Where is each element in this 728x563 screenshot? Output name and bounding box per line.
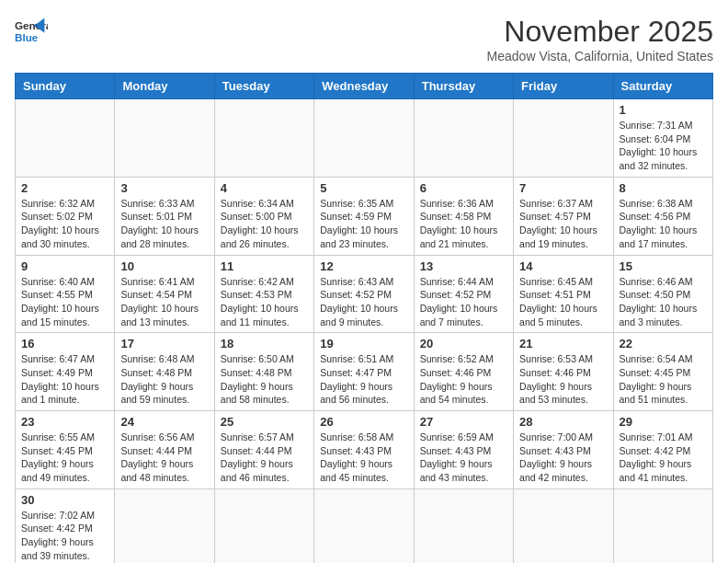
day-info: Sunrise: 6:59 AM Sunset: 4:43 PM Dayligh… (420, 431, 507, 485)
calendar-cell: 19Sunrise: 6:51 AM Sunset: 4:47 PM Dayli… (314, 333, 414, 411)
calendar-cell: 1Sunrise: 7:31 AM Sunset: 6:04 PM Daylig… (613, 99, 712, 178)
day-number: 25 (221, 415, 308, 429)
day-number: 13 (420, 259, 507, 273)
calendar-cell: 20Sunrise: 6:52 AM Sunset: 4:46 PM Dayli… (414, 333, 513, 411)
day-number: 28 (519, 415, 607, 429)
day-info: Sunrise: 6:54 AM Sunset: 4:45 PM Dayligh… (620, 352, 707, 407)
day-number: 6 (420, 181, 507, 195)
weekday-header-friday: Friday (514, 74, 613, 99)
month-title: November 2025 (487, 15, 713, 49)
day-number: 14 (519, 259, 607, 273)
calendar-cell: 24Sunrise: 6:56 AM Sunset: 4:44 PM Dayli… (115, 411, 214, 489)
day-number: 24 (120, 415, 208, 429)
day-number: 16 (21, 337, 108, 350)
week-row-2: 9Sunrise: 6:40 AM Sunset: 4:55 PM Daylig… (16, 255, 713, 333)
weekday-header-row: SundayMondayTuesdayWednesdayThursdayFrid… (16, 74, 713, 99)
day-number: 7 (519, 181, 607, 195)
week-row-1: 2Sunrise: 6:32 AM Sunset: 5:02 PM Daylig… (16, 177, 713, 255)
calendar-cell: 4Sunrise: 6:34 AM Sunset: 5:00 PM Daylig… (214, 177, 313, 255)
calendar-table: SundayMondayTuesdayWednesdayThursdayFrid… (15, 73, 713, 563)
day-number: 4 (221, 181, 308, 195)
calendar-cell: 12Sunrise: 6:43 AM Sunset: 4:52 PM Dayli… (314, 255, 414, 333)
day-info: Sunrise: 6:44 AM Sunset: 4:52 PM Dayligh… (420, 275, 507, 329)
calendar-cell (16, 99, 115, 178)
week-row-3: 16Sunrise: 6:47 AM Sunset: 4:49 PM Dayli… (16, 333, 713, 411)
day-info: Sunrise: 6:47 AM Sunset: 4:49 PM Dayligh… (21, 352, 108, 407)
day-number: 12 (320, 259, 407, 273)
day-number: 1 (620, 103, 707, 117)
calendar-cell: 15Sunrise: 6:46 AM Sunset: 4:50 PM Dayli… (613, 255, 712, 333)
week-row-4: 23Sunrise: 6:55 AM Sunset: 4:45 PM Dayli… (16, 411, 713, 489)
calendar-cell: 3Sunrise: 6:33 AM Sunset: 5:01 PM Daylig… (115, 177, 214, 255)
day-number: 29 (620, 415, 707, 429)
calendar-cell: 23Sunrise: 6:55 AM Sunset: 4:45 PM Dayli… (16, 411, 115, 489)
logo: General Blue (15, 15, 48, 48)
calendar-cell (613, 488, 712, 563)
calendar-cell: 18Sunrise: 6:50 AM Sunset: 4:48 PM Dayli… (214, 333, 313, 411)
day-number: 5 (320, 181, 407, 195)
calendar-cell (314, 488, 414, 563)
day-number: 22 (620, 337, 707, 350)
calendar-cell: 10Sunrise: 6:41 AM Sunset: 4:54 PM Dayli… (115, 255, 214, 333)
day-info: Sunrise: 6:32 AM Sunset: 5:02 PM Dayligh… (21, 197, 108, 251)
calendar-cell (314, 99, 414, 178)
day-info: Sunrise: 6:41 AM Sunset: 4:54 PM Dayligh… (120, 275, 208, 329)
calendar-cell (214, 99, 313, 178)
title-area: November 2025 Meadow Vista, California, … (487, 15, 713, 63)
calendar-cell (214, 488, 313, 563)
calendar-cell (514, 488, 613, 563)
weekday-header-monday: Monday (115, 74, 214, 99)
day-number: 27 (420, 415, 507, 429)
day-info: Sunrise: 6:57 AM Sunset: 4:44 PM Dayligh… (221, 431, 308, 485)
calendar-cell: 14Sunrise: 6:45 AM Sunset: 4:51 PM Dayli… (514, 255, 613, 333)
day-info: Sunrise: 6:46 AM Sunset: 4:50 PM Dayligh… (620, 275, 707, 329)
svg-text:Blue: Blue (15, 31, 39, 43)
logo-icon: General Blue (15, 15, 48, 48)
week-row-0: 1Sunrise: 7:31 AM Sunset: 6:04 PM Daylig… (16, 99, 713, 178)
day-info: Sunrise: 7:01 AM Sunset: 4:42 PM Dayligh… (620, 431, 707, 485)
calendar-cell: 9Sunrise: 6:40 AM Sunset: 4:55 PM Daylig… (16, 255, 115, 333)
day-number: 30 (21, 493, 108, 507)
weekday-header-saturday: Saturday (613, 74, 712, 99)
day-info: Sunrise: 7:02 AM Sunset: 4:42 PM Dayligh… (21, 509, 108, 563)
calendar-cell: 5Sunrise: 6:35 AM Sunset: 4:59 PM Daylig… (314, 177, 414, 255)
day-number: 2 (21, 181, 108, 195)
weekday-header-thursday: Thursday (414, 74, 513, 99)
day-info: Sunrise: 6:50 AM Sunset: 4:48 PM Dayligh… (221, 352, 308, 407)
day-number: 17 (120, 337, 208, 350)
calendar-cell: 7Sunrise: 6:37 AM Sunset: 4:57 PM Daylig… (514, 177, 613, 255)
day-number: 18 (221, 337, 308, 350)
weekday-header-tuesday: Tuesday (214, 74, 313, 99)
day-number: 15 (620, 259, 707, 273)
calendar-cell: 27Sunrise: 6:59 AM Sunset: 4:43 PM Dayli… (414, 411, 513, 489)
day-info: Sunrise: 6:35 AM Sunset: 4:59 PM Dayligh… (320, 197, 407, 251)
day-number: 19 (320, 337, 407, 350)
day-number: 10 (120, 259, 208, 273)
calendar-cell: 8Sunrise: 6:38 AM Sunset: 4:56 PM Daylig… (613, 177, 712, 255)
calendar-cell (414, 99, 513, 178)
day-number: 26 (320, 415, 407, 429)
calendar-cell: 2Sunrise: 6:32 AM Sunset: 5:02 PM Daylig… (16, 177, 115, 255)
day-number: 21 (519, 337, 607, 350)
calendar-cell: 6Sunrise: 6:36 AM Sunset: 4:58 PM Daylig… (414, 177, 513, 255)
calendar-cell: 30Sunrise: 7:02 AM Sunset: 4:42 PM Dayli… (16, 488, 115, 563)
day-info: Sunrise: 6:43 AM Sunset: 4:52 PM Dayligh… (320, 275, 407, 329)
day-info: Sunrise: 6:51 AM Sunset: 4:47 PM Dayligh… (320, 352, 407, 407)
header-area: General Blue November 2025 Meadow Vista,… (15, 15, 713, 63)
day-info: Sunrise: 6:53 AM Sunset: 4:46 PM Dayligh… (519, 352, 607, 407)
calendar-cell (115, 488, 214, 563)
day-info: Sunrise: 6:45 AM Sunset: 4:51 PM Dayligh… (519, 275, 607, 329)
calendar-cell: 26Sunrise: 6:58 AM Sunset: 4:43 PM Dayli… (314, 411, 414, 489)
calendar-cell: 16Sunrise: 6:47 AM Sunset: 4:49 PM Dayli… (16, 333, 115, 411)
day-number: 9 (21, 259, 108, 273)
calendar-cell: 29Sunrise: 7:01 AM Sunset: 4:42 PM Dayli… (613, 411, 712, 489)
day-number: 11 (221, 259, 308, 273)
day-number: 20 (420, 337, 507, 350)
calendar-cell: 11Sunrise: 6:42 AM Sunset: 4:53 PM Dayli… (214, 255, 313, 333)
day-info: Sunrise: 6:55 AM Sunset: 4:45 PM Dayligh… (21, 431, 108, 485)
day-info: Sunrise: 6:33 AM Sunset: 5:01 PM Dayligh… (120, 197, 208, 251)
day-info: Sunrise: 6:40 AM Sunset: 4:55 PM Dayligh… (21, 275, 108, 329)
day-info: Sunrise: 6:38 AM Sunset: 4:56 PM Dayligh… (620, 197, 707, 251)
day-info: Sunrise: 6:34 AM Sunset: 5:00 PM Dayligh… (221, 197, 308, 251)
calendar-cell: 22Sunrise: 6:54 AM Sunset: 4:45 PM Dayli… (613, 333, 712, 411)
